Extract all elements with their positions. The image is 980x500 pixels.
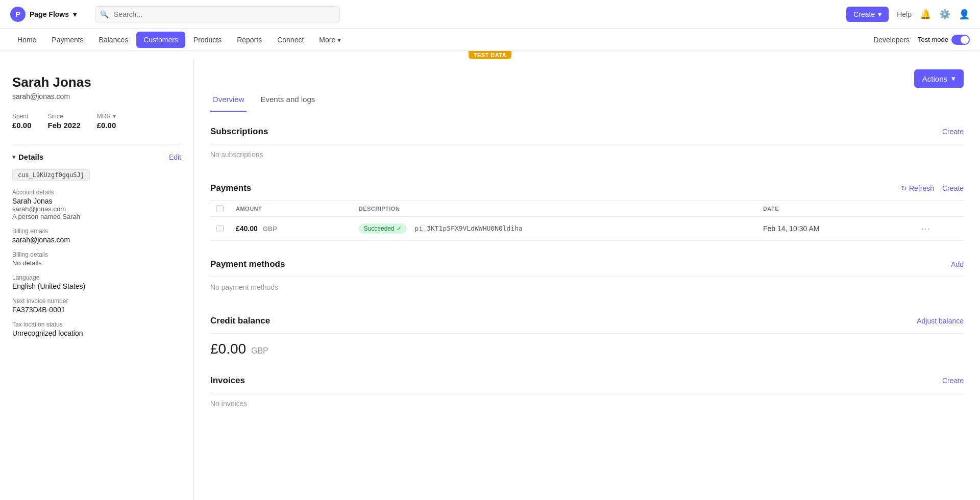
app-logo[interactable]: P Page Flows ▾ (10, 7, 77, 22)
stat-spent: Spent £0.00 (12, 113, 32, 130)
credit-amount: £0.00 (210, 341, 246, 357)
payment-amount: £40.00 (236, 224, 258, 233)
app-name: Page Flows (30, 10, 69, 18)
detail-account: Account details Sarah Jonas sarah@jonas.… (12, 189, 181, 220)
th-actions (915, 201, 964, 217)
payments-section: Payments ↻ Refresh Create (210, 183, 964, 241)
detail-next-invoice: Next invoice number FA373D4B-0001 (12, 297, 181, 314)
nav-customers[interactable]: Customers (136, 32, 185, 48)
adjust-balance-link[interactable]: Adjust balance (917, 317, 964, 325)
subscriptions-empty: No subscriptions (210, 144, 964, 165)
th-description: DESCRIPTION (353, 201, 757, 217)
test-banner-wrap: TEST DATA (0, 51, 980, 59)
nav-more[interactable]: More ▾ (312, 32, 348, 48)
th-checkbox (210, 201, 230, 217)
payments-title: Payments (210, 183, 251, 193)
payment-date: Feb 14, 10:30 AM (757, 217, 915, 241)
payments-header: Payments ↻ Refresh Create (210, 183, 964, 193)
subscriptions-create-link[interactable]: Create (942, 128, 964, 136)
customer-email: sarah@jonas.com (12, 92, 181, 101)
topbar-right: Create ▾ Help 🔔 ⚙️ 👤 (846, 7, 970, 22)
mrr-chevron-icon: ▾ (113, 113, 116, 120)
test-mode-label: Test mode (918, 36, 948, 43)
create-button[interactable]: Create ▾ (846, 7, 889, 22)
tab-overview[interactable]: Overview (210, 88, 247, 112)
content-area: Actions ▾ Overview Events and logs Subsc… (194, 59, 980, 500)
nav-balances[interactable]: Balances (92, 32, 136, 48)
refresh-button[interactable]: ↻ Refresh (901, 184, 934, 192)
payment-methods-header: Payment methods Add (210, 259, 964, 269)
check-icon: ✓ (397, 225, 402, 232)
actions-button[interactable]: Actions ▾ (914, 69, 964, 88)
select-all-checkbox[interactable] (216, 205, 224, 212)
invoices-title: Invoices (210, 376, 245, 386)
payment-status-desc-cell: Succeeded ✓ pi_3KT1p5FX9VLdWWHU0N0ldiha (353, 217, 757, 241)
payment-methods-title: Payment methods (210, 259, 285, 269)
payments-table: AMOUNT DESCRIPTION DATE £40.00 (210, 201, 964, 241)
invoices-create-link[interactable]: Create (942, 377, 964, 385)
status-badge: Succeeded ✓ (359, 223, 407, 234)
row-checkbox[interactable] (216, 225, 224, 232)
row-checkbox-cell (210, 217, 230, 241)
tabs: Overview Events and logs (210, 88, 964, 112)
stats-row: Spent £0.00 Since Feb 2022 MRR ▾ £0.00 (12, 113, 181, 130)
create-chevron-icon: ▾ (878, 10, 881, 18)
stat-since: Since Feb 2022 (48, 113, 81, 130)
refresh-icon: ↻ (901, 184, 907, 192)
payments-actions-row: ↻ Refresh Create (901, 184, 964, 192)
subscriptions-section: Subscriptions Create No subscriptions (210, 127, 964, 165)
payments-table-header: AMOUNT DESCRIPTION DATE (210, 201, 964, 217)
navbar-right: Developers Test mode (873, 35, 970, 45)
test-mode-switch[interactable] (951, 35, 970, 45)
test-mode-toggle[interactable]: Test mode (918, 35, 970, 45)
test-data-banner: TEST DATA (469, 51, 512, 59)
edit-link[interactable]: Edit (169, 153, 181, 161)
details-chevron-icon: ▾ (12, 154, 15, 161)
payment-methods-section: Payment methods Add No payment methods (210, 259, 964, 297)
nav-payments[interactable]: Payments (44, 32, 90, 48)
detail-billing-emails: Billing emails sarah@jonas.com (12, 228, 181, 244)
help-link[interactable]: Help (897, 10, 912, 18)
nav-products[interactable]: Products (186, 32, 229, 48)
search-container: 🔍 (95, 6, 340, 22)
details-title: ▾ Details (12, 153, 43, 161)
notifications-icon[interactable]: 🔔 (920, 9, 931, 20)
actions-chevron-icon: ▾ (951, 74, 955, 83)
main-content: Overview Events and logs Subscriptions C… (194, 88, 980, 500)
developers-link[interactable]: Developers (873, 36, 910, 44)
credit-balance-header: Credit balance Adjust balance (210, 316, 964, 326)
search-input[interactable] (95, 6, 340, 22)
invoices-section: Invoices Create No invoices (210, 376, 964, 414)
search-icon: 🔍 (100, 10, 109, 18)
logo-icon: P (10, 7, 26, 22)
detail-language: Language English (United States) (12, 274, 181, 290)
avatar-icon[interactable]: 👤 (959, 9, 970, 20)
invoices-empty: No invoices (210, 393, 964, 414)
actions-header: Actions ▾ (194, 59, 980, 88)
subscriptions-header: Subscriptions Create (210, 127, 964, 137)
table-row[interactable]: £40.00 GBP Succeeded ✓ pi_3KT1p5FX9VLdWW… (210, 217, 964, 241)
detail-tax-location: Tax location status Unrecognized locatio… (12, 321, 181, 337)
payments-create-link[interactable]: Create (942, 184, 964, 192)
main-layout: Sarah Jonas sarah@jonas.com Spent £0.00 … (0, 59, 980, 500)
details-header[interactable]: ▾ Details Edit (12, 153, 181, 161)
detail-billing-details: Billing details No details (12, 251, 181, 267)
credit-balance-section: Credit balance Adjust balance £0.00 GBP (210, 316, 964, 357)
payment-methods-add-link[interactable]: Add (951, 260, 964, 268)
nav-home[interactable]: Home (10, 32, 43, 48)
stat-mrr: MRR ▾ £0.00 (97, 113, 116, 130)
settings-icon[interactable]: ⚙️ (939, 9, 950, 20)
credit-currency: GBP (251, 346, 268, 355)
payment-methods-empty: No payment methods (210, 277, 964, 297)
toggle-knob (961, 36, 969, 44)
payment-amount-cell: £40.00 GBP (230, 217, 353, 241)
more-chevron-icon: ▾ (337, 36, 341, 44)
tab-events-logs[interactable]: Events and logs (259, 88, 317, 112)
credit-balance-amount-wrap: £0.00 GBP (210, 341, 964, 357)
credit-balance-title: Credit balance (210, 316, 270, 326)
nav-connect[interactable]: Connect (270, 32, 311, 48)
payment-more-button[interactable]: ⋯ (921, 223, 930, 234)
nav-reports[interactable]: Reports (230, 32, 269, 48)
th-amount: AMOUNT (230, 201, 353, 217)
subscriptions-title: Subscriptions (210, 127, 268, 137)
